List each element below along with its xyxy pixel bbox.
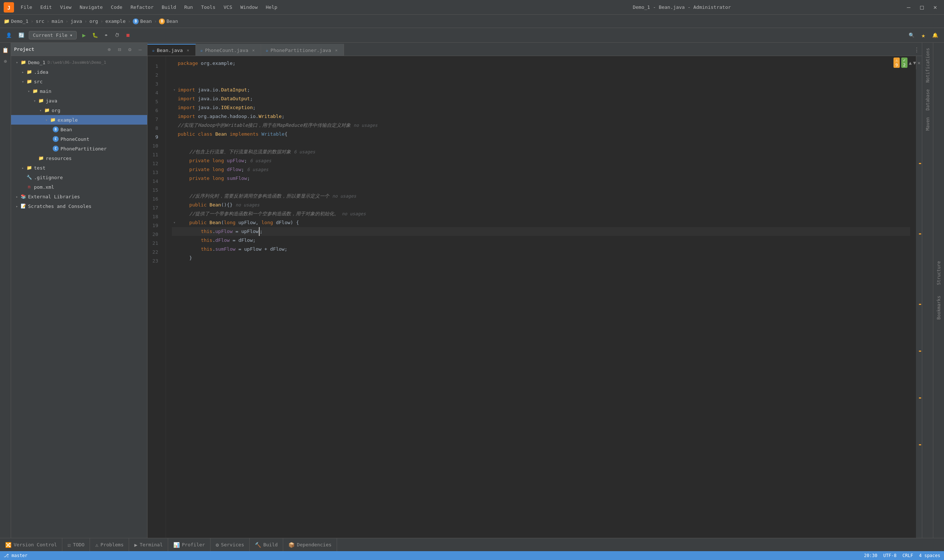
panel-close-icon[interactable]: — bbox=[136, 45, 144, 54]
minimize-button[interactable]: — bbox=[904, 2, 914, 12]
menu-edit[interactable]: Edit bbox=[37, 3, 55, 11]
fold-icon-7[interactable] bbox=[172, 114, 177, 119]
notifications-icon[interactable]: 🔔 bbox=[930, 30, 940, 40]
tab-phonepartitioner-java[interactable]: ☕ PhonePartitioner.java ✕ bbox=[261, 44, 344, 56]
tree-item-demo1[interactable]: ▾ 📁 Demo_1 D:\web\06-JavaWeb\Demo_1 bbox=[11, 57, 147, 67]
tab-terminal[interactable]: ▶ Terminal bbox=[129, 538, 168, 552]
fold-icon-20[interactable] bbox=[172, 229, 177, 234]
tab-version-control[interactable]: 🔀 Version Control bbox=[0, 538, 62, 552]
fold-icon-4[interactable]: ▾ bbox=[172, 88, 177, 92]
coverage-button[interactable]: ☂ bbox=[101, 30, 111, 40]
tab-problems[interactable]: ⚠ Problems bbox=[90, 538, 129, 552]
menu-tools[interactable]: Tools bbox=[197, 3, 219, 11]
tree-item-bean[interactable]: B Bean bbox=[11, 125, 147, 134]
chevron-up[interactable]: ▲ bbox=[909, 60, 912, 66]
breadcrumb-bean-method[interactable]: B Bean bbox=[159, 18, 178, 24]
profile-button[interactable]: 👤 bbox=[4, 30, 14, 40]
settings-icon[interactable]: ★ bbox=[918, 30, 929, 40]
tree-item-src[interactable]: ▾ 📁 src bbox=[11, 77, 147, 86]
scroll-track[interactable] bbox=[916, 69, 922, 538]
breadcrumb-src[interactable]: src bbox=[36, 18, 44, 24]
structure-panel-label[interactable]: Structure bbox=[936, 259, 941, 287]
tab-profiler[interactable]: 📊 Profiler bbox=[168, 538, 211, 552]
debug-button[interactable]: 🐛 bbox=[90, 30, 100, 40]
phonepartitioner-tab-close[interactable]: ✕ bbox=[333, 47, 339, 53]
breadcrumb-java[interactable]: java bbox=[71, 18, 82, 24]
menu-run[interactable]: Run bbox=[181, 3, 197, 11]
breadcrumb-example[interactable]: example bbox=[105, 18, 126, 24]
notifications-panel-label[interactable]: Notifications bbox=[925, 46, 930, 85]
tree-item-resources[interactable]: 📁 resources bbox=[11, 153, 147, 163]
tree-item-org[interactable]: ▾ 📁 org bbox=[11, 105, 147, 115]
code-editor[interactable]: package org.example; ▾ import java.io.Da… bbox=[166, 56, 916, 538]
menu-file[interactable]: File bbox=[17, 3, 36, 11]
breadcrumb-item[interactable]: 📁 Demo_1 bbox=[4, 18, 28, 24]
fold-icon-1[interactable] bbox=[172, 61, 177, 66]
fold-icon-21[interactable] bbox=[172, 238, 177, 243]
fold-icon-17[interactable] bbox=[172, 202, 177, 208]
tree-item-phonepartitioner[interactable]: C PhonePartitioner bbox=[11, 144, 147, 153]
fold-icon-8[interactable] bbox=[172, 123, 177, 128]
fold-icon-11[interactable] bbox=[172, 149, 177, 154]
fold-icon-22[interactable] bbox=[172, 247, 177, 252]
tree-item-pomxml[interactable]: m pom.xml bbox=[11, 182, 147, 192]
fold-icon-19[interactable]: ▾ bbox=[172, 220, 177, 225]
fold-icon-5[interactable] bbox=[172, 96, 177, 102]
fold-icon-18[interactable] bbox=[172, 211, 177, 216]
menu-navigate[interactable]: Navigate bbox=[76, 3, 106, 11]
tab-bean-java[interactable]: ☕ Bean.java ✕ bbox=[148, 44, 196, 56]
status-indent[interactable]: 4 spaces bbox=[919, 553, 940, 558]
tab-todo[interactable]: ☑ TODO bbox=[62, 538, 90, 552]
tab-phonecount-java[interactable]: ☕ PhoneCount.java ✕ bbox=[196, 44, 262, 56]
run-configuration[interactable]: Current File ▾ bbox=[29, 31, 77, 40]
tree-item-test[interactable]: ▸ 📁 test bbox=[11, 163, 147, 172]
maven-panel-label[interactable]: Maven bbox=[925, 115, 930, 133]
tree-item-idea[interactable]: ▸ 📁 .idea bbox=[11, 67, 147, 77]
status-encoding[interactable]: UTF-8 bbox=[883, 553, 896, 558]
stop-button[interactable]: ⏹ bbox=[123, 30, 134, 40]
chevron-down[interactable]: ▼ bbox=[913, 60, 916, 66]
tree-item-external-libraries[interactable]: ▸ 📚 External Libraries bbox=[11, 192, 147, 201]
status-line-ending[interactable]: CRLF bbox=[902, 553, 913, 558]
tab-dependencies[interactable]: 📦 Dependencies bbox=[283, 538, 337, 552]
search-button[interactable]: 🔍 bbox=[906, 30, 917, 40]
bookmarks-panel-label[interactable]: Bookmarks bbox=[936, 294, 941, 322]
menu-view[interactable]: View bbox=[56, 3, 75, 11]
git-branch[interactable]: ⎇ master bbox=[4, 553, 28, 558]
tree-item-java[interactable]: ▾ 📁 java bbox=[11, 96, 147, 105]
fold-icon-23[interactable] bbox=[172, 255, 177, 261]
sync-icon[interactable]: 🔄 bbox=[16, 30, 26, 40]
menu-help[interactable]: Help bbox=[262, 3, 281, 11]
fold-icon-16[interactable] bbox=[172, 194, 177, 199]
database-panel-label[interactable]: Database bbox=[925, 87, 930, 113]
tree-item-main[interactable]: ▾ 📁 main bbox=[11, 86, 147, 96]
menu-refactor[interactable]: Refactor bbox=[127, 3, 157, 11]
menu-build[interactable]: Build bbox=[158, 3, 180, 11]
menu-window[interactable]: Window bbox=[237, 3, 262, 11]
breadcrumb-bean-class[interactable]: B Bean bbox=[133, 18, 152, 24]
tree-item-example[interactable]: ▾ 📁 example bbox=[11, 115, 147, 125]
run-with-profiler[interactable]: ⏱ bbox=[112, 30, 122, 40]
project-strip-icon[interactable]: 📋 bbox=[1, 46, 10, 55]
phonecount-tab-close[interactable]: ✕ bbox=[250, 47, 256, 53]
tree-item-phonecount[interactable]: C PhoneCount bbox=[11, 134, 147, 144]
commit-strip-icon[interactable]: ⊕ bbox=[1, 57, 10, 66]
tab-overflow-button[interactable]: ⋮ bbox=[912, 44, 922, 56]
menu-code[interactable]: Code bbox=[107, 3, 126, 11]
tree-item-scratches[interactable]: ▸ 📝 Scratches and Consoles bbox=[11, 201, 147, 211]
breadcrumb-main[interactable]: main bbox=[52, 18, 63, 24]
fold-icon-9[interactable] bbox=[172, 132, 177, 137]
maximize-button[interactable]: □ bbox=[917, 2, 927, 12]
tree-item-gitignore[interactable]: 🔧 .gitignore bbox=[11, 172, 147, 182]
bean-java-tab-close[interactable]: ✕ bbox=[185, 47, 191, 53]
fold-icon-13[interactable] bbox=[172, 167, 177, 172]
run-button[interactable]: ▶ bbox=[79, 30, 89, 40]
menu-vcs[interactable]: VCS bbox=[220, 3, 236, 11]
tab-build[interactable]: 🔨 Build bbox=[249, 538, 283, 552]
tree-settings-icon[interactable]: ⚙ bbox=[126, 45, 134, 54]
new-file-icon[interactable]: ⊕ bbox=[105, 45, 113, 54]
close-gutter[interactable]: ✕ bbox=[918, 60, 920, 66]
fold-icon-6[interactable] bbox=[172, 105, 177, 110]
tab-services[interactable]: ⚙ Services bbox=[211, 538, 249, 552]
fold-icon-14[interactable] bbox=[172, 176, 177, 181]
